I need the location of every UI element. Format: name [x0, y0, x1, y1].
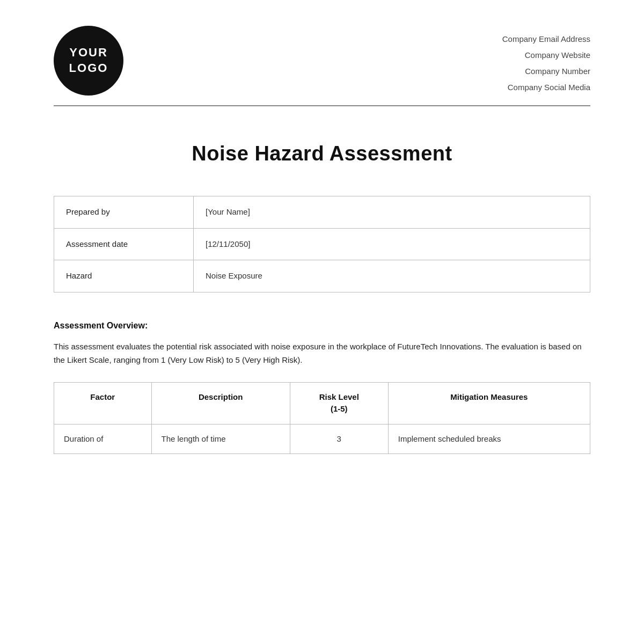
page: YOUR LOGO Company Email Address Company … — [0, 0, 644, 644]
company-info-block: Company Email Address Company Website Co… — [502, 26, 590, 96]
company-social: Company Social Media — [502, 79, 590, 96]
logo-text-line1: YOUR — [69, 45, 108, 61]
header-divider — [54, 105, 590, 106]
document-title: Noise Hazard Assessment — [54, 138, 590, 169]
mitigation-cell: Implement scheduled breaks — [388, 424, 590, 454]
info-value-assessment-date: [12/11/2050] — [194, 228, 590, 260]
header: YOUR LOGO Company Email Address Company … — [54, 26, 590, 96]
overview-section: Assessment Overview: This assessment eva… — [54, 319, 590, 367]
description-cell: The length of time — [151, 424, 290, 454]
assessment-table: Factor Description Risk Level(1-5) Mitig… — [54, 382, 590, 455]
table-row: Hazard Noise Exposure — [54, 260, 590, 292]
company-number: Company Number — [502, 63, 590, 79]
overview-text: This assessment evaluates the potential … — [54, 340, 590, 367]
info-value-prepared-by: [Your Name] — [194, 196, 590, 229]
factor-cell: Duration of — [54, 424, 152, 454]
info-label-assessment-date: Assessment date — [54, 228, 194, 260]
table-row: Assessment date [12/11/2050] — [54, 228, 590, 260]
col-header-factor: Factor — [54, 382, 152, 424]
company-website: Company Website — [502, 47, 590, 63]
company-logo: YOUR LOGO — [54, 26, 123, 96]
company-email: Company Email Address — [502, 31, 590, 47]
col-header-risk-level: Risk Level(1-5) — [290, 382, 388, 424]
col-header-mitigation: Mitigation Measures — [388, 382, 590, 424]
col-header-description: Description — [151, 382, 290, 424]
logo-text-line2: LOGO — [69, 61, 108, 76]
table-row: Duration of The length of time 3 Impleme… — [54, 424, 590, 454]
overview-heading: Assessment Overview: — [54, 319, 590, 332]
info-value-hazard: Noise Exposure — [194, 260, 590, 292]
table-header-row: Factor Description Risk Level(1-5) Mitig… — [54, 382, 590, 424]
risk-level-cell: 3 — [290, 424, 388, 454]
table-row: Prepared by [Your Name] — [54, 196, 590, 229]
info-label-prepared-by: Prepared by — [54, 196, 194, 229]
info-label-hazard: Hazard — [54, 260, 194, 292]
info-table: Prepared by [Your Name] Assessment date … — [54, 196, 590, 292]
